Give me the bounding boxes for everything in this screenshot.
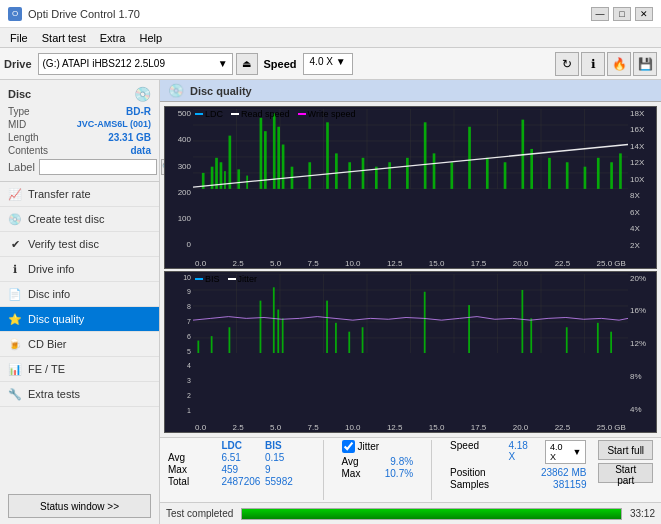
speed-dropdown-stat[interactable]: 4.0 X▼ [545,440,587,464]
svg-rect-38 [433,153,436,189]
label-input[interactable] [39,159,157,175]
svg-rect-48 [597,158,600,189]
chart-title: Disc quality [190,85,252,97]
svg-rect-50 [619,153,622,189]
y-axis-right-bottom: 20% 16% 12% 8% 4% [628,272,656,417]
svg-rect-35 [388,162,391,189]
ldc-col-header: LDC [221,440,261,451]
svg-rect-25 [273,113,276,188]
speed-stat-label: Speed [450,440,504,464]
toolbar-icons: ↻ ℹ 🔥 💾 [555,52,657,76]
sidebar-item-transfer-rate[interactable]: 📈 Transfer rate [0,182,159,207]
titlebar: O Opti Drive Control 1.70 — □ ✕ [0,0,661,28]
save-icon[interactable]: 💾 [633,52,657,76]
y-axis-left-top: 500 400 300 200 100 0 [165,107,193,252]
svg-rect-31 [335,153,338,189]
chart-legend-top: LDC Read speed Write speed [195,109,355,119]
sidebar-item-drive-info[interactable]: ℹ Drive info [0,257,159,282]
bis-col-header: BIS [265,440,305,451]
status-text: Test completed [166,508,233,519]
extra-tests-icon: 🔧 [8,387,22,401]
sidebar-item-disc-info[interactable]: 📄 Disc info [0,282,159,307]
speed-label: Speed [264,58,297,70]
length-label: Length [8,132,39,143]
menu-help[interactable]: Help [133,31,168,45]
legend-write-label: Write speed [308,109,356,119]
menu-start-test[interactable]: Start test [36,31,92,45]
menu-file[interactable]: File [4,31,34,45]
close-button[interactable]: ✕ [635,7,653,21]
stats-header-row: LDC BIS [168,440,305,451]
avg-bis-value: 0.15 [265,452,305,463]
window-controls: — □ ✕ [591,7,653,21]
cd-bier-icon: 🍺 [8,337,22,351]
menu-extra[interactable]: Extra [94,31,132,45]
speed-dropdown[interactable]: 4.0 X ▼ [303,53,353,75]
total-label: Total [168,476,217,487]
sidebar-item-cd-bier[interactable]: 🍺 CD Bier [0,332,159,357]
type-label: Type [8,106,30,117]
svg-rect-77 [424,291,426,353]
disc-info-panel: Disc 💿 Type BD-R MID JVC-AMS6L (001) Len… [0,80,159,182]
main-layout: Disc 💿 Type BD-R MID JVC-AMS6L (001) Len… [0,80,661,524]
start-full-button[interactable]: Start full [598,440,653,460]
refresh-icon[interactable]: ↻ [555,52,579,76]
disc-info-header: Disc 💿 [8,86,151,102]
svg-rect-70 [273,287,275,354]
nav-label-cd-bier: CD Bier [28,338,67,350]
drive-dropdown[interactable]: (G:) ATAPI iHBS212 2.5L09 ▼ [38,53,233,75]
eject-button[interactable]: ⏏ [236,53,258,75]
status-window-button[interactable]: Status window >> [8,494,151,518]
app-title: Opti Drive Control 1.70 [28,8,140,20]
jitter-color [228,278,236,280]
disc-mid-row: MID JVC-AMS6L (001) [8,119,151,130]
maximize-button[interactable]: □ [613,7,631,21]
minimize-button[interactable]: — [591,7,609,21]
y-axis-right-top: 18X 16X 14X 12X 10X 8X 6X 4X 2X [628,107,656,252]
svg-rect-78 [468,305,470,354]
sidebar-item-verify-test-disc[interactable]: ✔ Verify test disc [0,232,159,257]
legend-jitter-label: Jitter [238,274,258,284]
menubar: File Start test Extra Help [0,28,661,48]
avg-ldc-value: 6.51 [221,452,261,463]
burn-icon[interactable]: 🔥 [607,52,631,76]
sidebar: Disc 💿 Type BD-R MID JVC-AMS6L (001) Len… [0,80,160,524]
jitter-avg-value: 9.8% [390,456,413,467]
progress-bar-container [241,508,622,520]
start-part-button[interactable]: Start part [598,463,653,483]
legend-bis: BIS [195,274,220,284]
svg-rect-23 [260,118,263,189]
drive-info-icon: ℹ [8,262,22,276]
sidebar-item-extra-tests[interactable]: 🔧 Extra tests [0,382,159,407]
svg-rect-45 [548,158,551,189]
jitter-checkbox-row: Jitter [342,440,414,453]
x-axis-bottom: 0.02.55.07.510.012.515.017.520.022.525.0… [193,423,628,432]
info-icon[interactable]: ℹ [581,52,605,76]
samples-row: Samples 381159 [450,479,586,490]
jitter-checkbox[interactable] [342,440,355,453]
sidebar-item-create-test-disc[interactable]: 💿 Create test disc [0,207,159,232]
svg-rect-83 [610,331,612,353]
svg-rect-30 [326,122,329,189]
sidebar-item-fe-te[interactable]: 📊 FE / TE [0,357,159,382]
verify-test-disc-icon: ✔ [8,237,22,251]
jitter-col: Jitter Avg 9.8% Max 10.7% [342,440,414,479]
mid-value: JVC-AMS6L (001) [77,119,151,130]
drive-select-area: (G:) ATAPI iHBS212 2.5L09 ▼ ⏏ [38,53,258,75]
sidebar-item-disc-quality[interactable]: ⭐ Disc quality [0,307,159,332]
jitter-max-value: 10.7% [385,468,413,479]
x-axis-top: 0.02.55.07.510.012.515.017.520.022.525.0… [193,259,628,268]
ldc-header [168,440,217,451]
disc-type-row: Type BD-R [8,106,151,117]
nav-label-fe-te: FE / TE [28,363,65,375]
svg-rect-20 [229,136,232,189]
svg-rect-73 [326,300,328,353]
stats-bar: LDC BIS Avg 6.51 0.15 Max 459 9 Total 24… [160,437,661,502]
total-bis-value: 55982 [265,476,305,487]
max-bis-value: 9 [265,464,305,475]
divider2 [431,440,432,500]
svg-rect-80 [530,318,532,354]
contents-value: data [130,145,151,156]
svg-rect-82 [597,322,599,353]
speed-position-col: Speed 4.18 X 4.0 X▼ Position 23862 MB Sa… [450,440,586,490]
